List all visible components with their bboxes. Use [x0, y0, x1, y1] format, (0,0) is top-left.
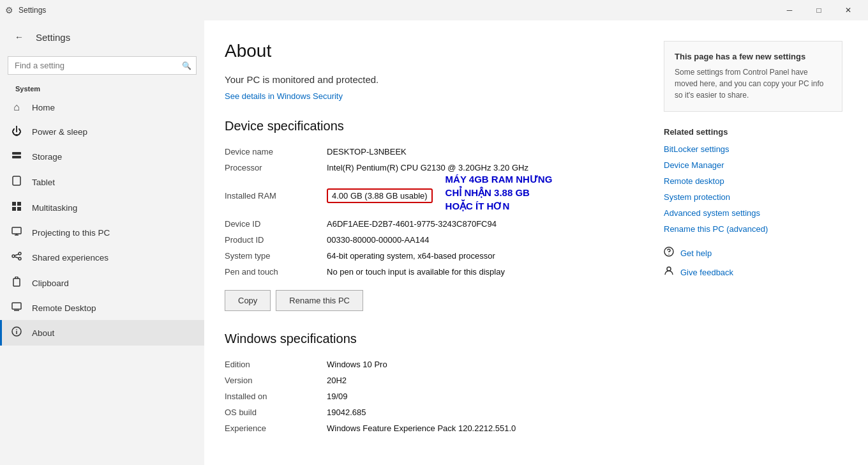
- titlebar: ⚙ Settings ─ □ ✕: [0, 0, 868, 20]
- spec-table: Device name DESKTOP-L3NBEEK Processor In…: [225, 144, 638, 280]
- right-info-title: This page has a few new settings: [675, 52, 832, 61]
- spec-value: Windows Feature Experience Pack 120.2212…: [327, 423, 516, 433]
- svg-rect-5: [12, 207, 16, 211]
- spec-value: Intel(R) Pentium(R) CPU G2130 @ 3.20GHz …: [327, 163, 528, 172]
- svg-point-20: [16, 329, 17, 330]
- protection-status: Your PC is monitored and protected.: [225, 74, 638, 85]
- sidebar-app-title: Settings: [36, 32, 70, 43]
- related-link-remote-desktop[interactable]: Remote desktop: [664, 176, 842, 186]
- spec-row-product-id: Product ID 00330-80000-00000-AA144: [225, 232, 638, 248]
- tablet-icon: [10, 176, 23, 188]
- spec-row-device-name: Device name DESKTOP-L3NBEEK: [225, 144, 638, 160]
- spec-row-version: Version 20H2: [225, 372, 638, 388]
- give-feedback-item[interactable]: Give feedback: [664, 266, 842, 278]
- sidebar-item-multitasking[interactable]: Multitasking: [0, 195, 204, 220]
- help-section: Get help Give feedback: [664, 247, 842, 278]
- security-link[interactable]: See details in Windows Security: [225, 91, 343, 101]
- right-info-desc: Some settings from Control Panel have mo…: [675, 66, 832, 101]
- search-box: 🔍: [8, 56, 197, 75]
- spec-label: OS build: [225, 408, 327, 417]
- svg-rect-6: [17, 207, 21, 211]
- minimize-button[interactable]: ─: [775, 0, 804, 20]
- spec-row-processor: Processor Intel(R) Pentium(R) CPU G2130 …: [225, 160, 638, 176]
- spec-value: DESKTOP-L3NBEEK: [327, 147, 407, 156]
- remote-desktop-icon: [10, 302, 23, 314]
- sidebar-top: ← Settings: [0, 20, 204, 54]
- clipboard-icon: [10, 277, 23, 289]
- search-input[interactable]: [8, 56, 197, 75]
- svg-rect-3: [12, 202, 16, 206]
- spec-label: Pen and touch: [225, 267, 327, 277]
- titlebar-controls: ─ □ ✕: [775, 0, 863, 20]
- windows-spec-table: Edition Windows 10 Pro Version 20H2 Inst…: [225, 356, 638, 436]
- svg-rect-16: [12, 303, 21, 309]
- sidebar-item-shared-experiences[interactable]: Shared experiences: [0, 245, 204, 270]
- multitasking-icon: [10, 201, 23, 214]
- sidebar: ← Settings 🔍 System ⌂ Home ⏻ Power & sle…: [0, 20, 204, 465]
- related-link-bitlocker[interactable]: BitLocker settings: [664, 144, 842, 154]
- spec-value: Windows 10 Pro: [327, 360, 387, 369]
- sidebar-item-label: Home: [32, 103, 55, 112]
- spec-row-pen-touch: Pen and touch No pen or touch input is a…: [225, 264, 638, 280]
- spec-value: 00330-80000-00000-AA144: [327, 235, 429, 245]
- svg-line-14: [15, 257, 19, 258]
- rename-pc-button[interactable]: Rename this PC: [276, 290, 363, 311]
- content-area: About Your PC is monitored and protected…: [204, 20, 868, 465]
- spec-value: 19/09: [327, 392, 348, 401]
- sidebar-item-tablet[interactable]: Tablet: [0, 169, 204, 195]
- spec-row-installed-ram: Installed RAM 4.00 GB (3.88 GB usable) M…: [225, 176, 638, 216]
- related-link-advanced-system[interactable]: Advanced system settings: [664, 208, 842, 218]
- app-body: ← Settings 🔍 System ⌂ Home ⏻ Power & sle…: [0, 20, 868, 465]
- titlebar-left: ⚙ Settings: [5, 5, 46, 15]
- spec-label: Version: [225, 376, 327, 385]
- sidebar-item-remote-desktop[interactable]: Remote Desktop: [0, 296, 204, 320]
- power-icon: ⏻: [10, 126, 23, 137]
- windows-specs-title: Windows specifications: [225, 332, 638, 346]
- sidebar-item-home[interactable]: ⌂ Home: [0, 95, 204, 119]
- maximize-button[interactable]: □: [804, 0, 834, 20]
- spec-row-installed-on: Installed on 19/09: [225, 388, 638, 404]
- spec-row-device-id: Device ID A6DF1AEE-D2B7-4601-9775-3243C8…: [225, 216, 638, 232]
- related-link-rename-advanced[interactable]: Rename this PC (advanced): [664, 224, 842, 234]
- spec-label: Installed RAM: [225, 191, 327, 201]
- sidebar-item-label: Storage: [32, 152, 62, 162]
- sidebar-item-label: Shared experiences: [32, 253, 108, 263]
- sidebar-item-projecting[interactable]: Projecting to this PC: [0, 220, 204, 245]
- related-link-device-manager[interactable]: Device Manager: [664, 160, 842, 170]
- buttons-row: Copy Rename this PC: [225, 290, 638, 316]
- sidebar-item-power-sleep[interactable]: ⏻ Power & sleep: [0, 119, 204, 144]
- home-icon: ⌂: [10, 102, 23, 113]
- related-link-system-protection[interactable]: System protection: [664, 192, 842, 202]
- sidebar-item-label: Clipboard: [32, 278, 69, 288]
- svg-point-12: [19, 257, 21, 260]
- spec-row-edition: Edition Windows 10 Pro: [225, 356, 638, 372]
- spec-value: A6DF1AEE-D2B7-4601-9775-3243C870FC94: [327, 219, 497, 229]
- nav-section-label: System: [0, 80, 204, 95]
- sidebar-item-storage[interactable]: Storage: [0, 144, 204, 169]
- svg-point-10: [12, 255, 15, 257]
- sidebar-item-about[interactable]: About: [0, 320, 204, 346]
- spec-label: Device ID: [225, 219, 327, 229]
- spec-label: System type: [225, 251, 327, 261]
- page-title: About: [225, 41, 638, 61]
- get-help-link[interactable]: Get help: [680, 248, 712, 258]
- svg-point-23: [667, 267, 671, 271]
- spec-value: No pen or touch input is available for t…: [327, 267, 505, 277]
- give-feedback-link[interactable]: Give feedback: [680, 268, 733, 277]
- sidebar-item-label: Power & sleep: [32, 127, 87, 137]
- spec-row-experience: Experience Windows Feature Experience Pa…: [225, 420, 638, 436]
- svg-point-11: [19, 252, 21, 255]
- spec-row-os-build: OS build 19042.685: [225, 404, 638, 420]
- projecting-icon: [10, 227, 23, 238]
- svg-line-13: [15, 254, 19, 255]
- help-icon: [664, 247, 674, 259]
- right-info-box: This page has a few new settings Some se…: [664, 41, 842, 112]
- spec-value: 64-bit operating system, x64-based proce…: [327, 251, 495, 261]
- back-button[interactable]: ←: [10, 28, 28, 46]
- copy-button[interactable]: Copy: [225, 290, 271, 311]
- close-button[interactable]: ✕: [834, 0, 863, 20]
- about-icon: [10, 326, 23, 339]
- svg-rect-0: [12, 152, 21, 155]
- sidebar-item-clipboard[interactable]: Clipboard: [0, 270, 204, 296]
- get-help-item[interactable]: Get help: [664, 247, 842, 259]
